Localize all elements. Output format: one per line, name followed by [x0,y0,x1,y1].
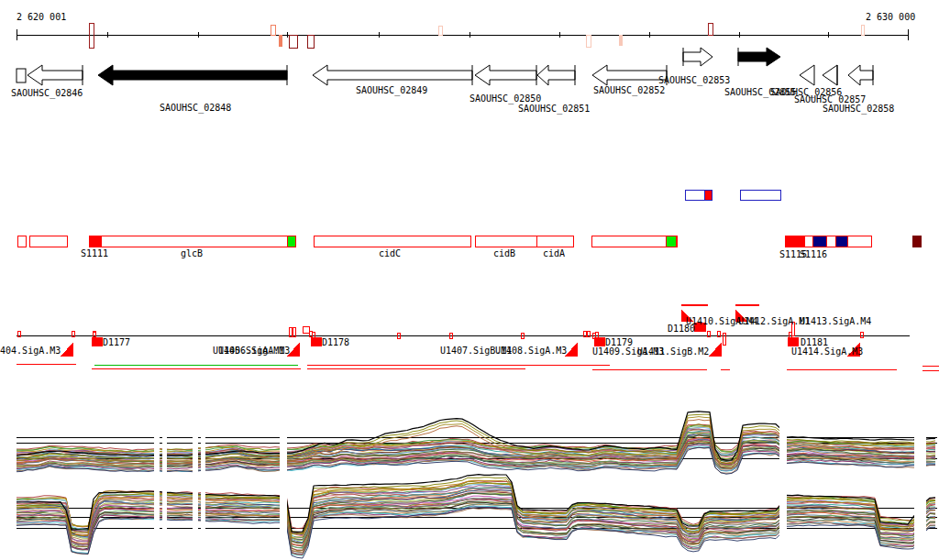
gene-arrow-SAOUHSC_02846[interactable] [28,65,83,85]
gene-arrow-SAOUHSC_02852[interactable] [592,65,667,85]
tu-label: U1404.SigA.M3 [0,346,61,356]
gene-label: SAOUHSC_02846 [11,88,83,99]
tu-start-flag[interactable] [311,337,322,346]
data-gap [280,409,287,560]
ruler-feature-mark[interactable] [307,35,314,48]
tu-extent-line [787,369,897,370]
tu-extent-line [721,369,730,370]
tu-mark-pole[interactable] [723,333,725,345]
tu-start-flag[interactable] [788,337,799,346]
ruler-feature-mark[interactable] [289,35,297,48]
ruler-feature-mark[interactable] [586,35,591,47]
gene-arrow-SAOUHSC_02851[interactable] [537,65,575,85]
operon-label: S1111 [81,248,108,258]
predicted-operon-segment[interactable] [704,190,712,200]
tu-span-line[interactable] [735,304,759,306]
gene-arrow-SAOUHSC_02848[interactable] [98,65,287,85]
expression-profile-track [17,409,937,560]
gene-arrow-SAOUHSC_02855[interactable] [738,48,780,66]
operon-box[interactable] [17,236,26,247]
data-gap [193,409,198,560]
gene-arrow-SAOUHSC_02856[interactable] [800,65,814,85]
tu-label: U1413.SigA.M4 [800,316,871,326]
genome-browser: 2 620 001 2 630 000 SAOUHSC_02846SAOUHSC… [0,0,939,560]
tu-extent-line [922,370,939,371]
ruler-feature-mark[interactable] [708,23,713,35]
data-gap [914,409,926,560]
tu-extent-line [92,368,301,369]
ruler-track [17,23,908,48]
tu-terminator-triangle[interactable] [61,342,73,357]
operon-label: cidC [379,248,401,258]
tu-extent-line [307,365,610,366]
tu-span-line[interactable] [681,304,708,306]
tu-extent-line [592,369,707,370]
tu-label: U1414.SigA.M3 [791,346,863,357]
ruler-feature-mark[interactable] [438,26,442,35]
tu-label: U1411.SigB.M2 [637,346,709,357]
gene-label: SAOUHSC_02853 [658,75,730,86]
tu-start-flag[interactable] [92,337,103,346]
operon-track: S1111glcBcidCcidBcidAS1115S1116 [17,236,921,259]
tu-label: D1180 [668,324,695,334]
gene-label: SAOUHSC_02858 [823,104,894,115]
operon-box[interactable] [29,236,67,247]
predicted-operon-box[interactable] [740,190,780,200]
tu-label: U1406.SigA.M3 [218,346,290,356]
data-gap [779,409,787,560]
operon-box[interactable] [591,236,677,247]
operon-segment[interactable] [89,236,101,247]
operon-box[interactable] [89,236,295,247]
data-gap [201,409,205,560]
operon-label: S1116 [800,249,827,259]
operon-label: glcB [181,248,203,258]
gene-track: SAOUHSC_02846SAOUHSC_02848SAOUHSC_02849S… [11,48,894,115]
tu-mark-pole[interactable] [303,326,309,333]
tu-extent-line [307,368,525,369]
operon-label: cidB [493,248,515,258]
operon-segment[interactable] [835,236,847,247]
gene-label: SAOUHSC_02851 [518,104,590,115]
gene-arrow-SAOUHSC_02853[interactable] [683,48,713,66]
gene-arrow-SAOUHSC_02849[interactable] [313,65,472,85]
data-gap [154,409,160,560]
operon-box[interactable] [314,236,470,247]
gene-arrow-SAOUHSC_02850[interactable] [475,65,536,85]
ruler-feature-mark[interactable] [279,35,282,46]
gene-label: SAOUHSC_02848 [160,103,231,114]
operon-box[interactable] [536,236,573,247]
tu-label: D1178 [322,337,349,347]
ruler-feature-mark[interactable] [619,35,622,45]
transcription-unit-track: U1410.SigA.M4U1412.SigA.M1U1413.SigA.M4D… [0,304,939,371]
operon-segment[interactable] [666,236,676,247]
tu-extent-line [17,364,76,365]
operon-box[interactable] [475,236,536,247]
operon-segment[interactable] [812,236,826,247]
gene-feature-box[interactable] [17,69,26,82]
tu-extent-line [922,366,939,367]
operon-box[interactable] [912,236,921,247]
predicted-operon-track [685,190,780,200]
tu-label: U1408.SigA.M3 [495,346,567,356]
tu-start-flag[interactable] [594,337,605,346]
tu-terminator-triangle[interactable] [709,342,722,357]
ruler-feature-mark[interactable] [861,25,864,35]
ruler-feature-mark[interactable] [271,25,275,35]
gene-arrow-SAOUHSC_02857[interactable] [823,65,837,85]
tu-label: D1177 [103,337,130,347]
operon-label: cidA [543,248,565,258]
data-gap [162,409,167,560]
gene-label: SAOUHSC_02852 [593,85,665,96]
gene-arrow-SAOUHSC_02858[interactable] [848,65,873,85]
tu-extent-line [94,365,298,366]
browser-canvas: SAOUHSC_02846SAOUHSC_02848SAOUHSC_02849S… [0,0,939,560]
operon-segment[interactable] [287,236,295,247]
gene-label: SAOUHSC_02849 [356,85,427,96]
operon-segment[interactable] [785,236,804,247]
tu-mark-pole[interactable] [860,332,863,337]
